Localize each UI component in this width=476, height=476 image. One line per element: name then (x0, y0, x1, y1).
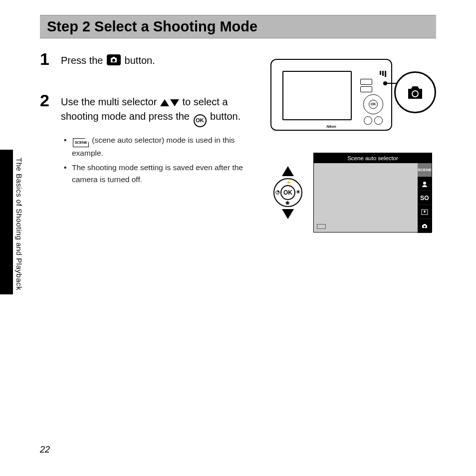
selector-up-icon (282, 166, 294, 176)
menu-item-scene: SCENE (418, 163, 432, 177)
step-heading: Step 2 Select a Shooting Mode (47, 18, 429, 35)
bullet1-text: (scene auto selector) mode is used in th… (72, 136, 235, 157)
menu-item (418, 219, 432, 233)
selector-ring-icon: ⚡ ◔ ☀ ❀ OK (273, 178, 302, 207)
step2-text: Use the multi selector to select a shoot… (61, 95, 255, 127)
exposure-icon: ☀ (296, 189, 300, 195)
figure-selector-screen: ⚡ ◔ ☀ ❀ OK Scene auto selector SCENE SO (270, 153, 436, 238)
multi-selector-icon: ⚡ ◔ ☀ ❀ OK (270, 153, 305, 233)
ok-button-icon: OK (194, 114, 207, 127)
step2-text-a: Use the multi selector (61, 96, 160, 107)
menu-item (418, 177, 432, 191)
selector-down-icon (282, 209, 294, 219)
battery-icon (317, 224, 326, 229)
step2-text-c: button. (208, 111, 241, 122)
portrait-icon (421, 181, 428, 188)
timer-icon: ◔ (275, 189, 280, 195)
camera-mode-icon (107, 54, 121, 65)
step-number: 1 (40, 50, 61, 67)
step1-text-after: button. (122, 55, 155, 66)
step1-text-before: Press the (61, 55, 106, 66)
flash-icon: ⚡ (285, 180, 291, 185)
auto-mode-icon (421, 223, 428, 229)
svg-point-5 (424, 226, 426, 228)
menu-title: Scene auto selector (314, 153, 432, 163)
macro-icon: ❀ (285, 200, 289, 206)
step-number: 2 (40, 92, 61, 109)
svg-point-0 (112, 59, 115, 62)
bullet-item: The shooting mode setting is saved even … (61, 162, 255, 185)
page-number: 22 (40, 445, 50, 455)
selector-ok-icon: OK (280, 185, 295, 200)
menu-item (418, 205, 432, 219)
bullet-item: SCENE (scene auto selector) mode is used… (61, 134, 255, 159)
camera-menu-screen: Scene auto selector SCENE SO (313, 153, 432, 233)
menu-item: SO (418, 191, 432, 205)
step-heading-bar: Step 2 Select a Shooting Mode (40, 15, 436, 38)
scene-mode-icon: SCENE (73, 138, 89, 147)
sidebar-section-label: The Basics of Shooting and Playback (15, 158, 23, 290)
menu-mode-list: SCENE SO (418, 163, 432, 233)
up-arrow-icon (160, 99, 169, 106)
step2-bullets: SCENE (scene auto selector) mode is used… (61, 134, 255, 185)
bullet2-text: The shooting mode setting is saved even … (72, 163, 243, 183)
sidebar-tab (0, 150, 13, 294)
smart-portrait-icon (421, 209, 428, 215)
svg-point-4 (424, 211, 426, 213)
down-arrow-icon (170, 99, 179, 106)
